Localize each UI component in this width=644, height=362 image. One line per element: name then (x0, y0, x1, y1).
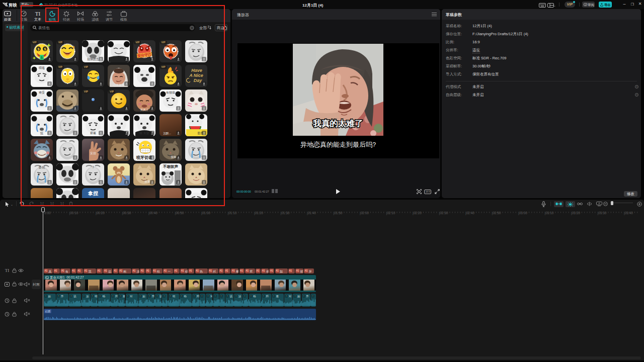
svg-text:|00:50: |00:50 (175, 211, 184, 215)
svg-text:|02:50: |02:50 (492, 211, 501, 215)
svg-text:我真的太难了: 我真的太难了 (313, 119, 363, 128)
svg-text:|01:20: |01:20 (254, 211, 263, 215)
svg-text:|03:10: |03:10 (545, 211, 554, 215)
svg-text:|00:10: |00:10 (69, 211, 78, 215)
svg-text:|01:10: |01:10 (228, 211, 237, 215)
svg-text:|03:40: |03:40 (624, 211, 633, 215)
svg-text:|01:50: |01:50 (334, 211, 343, 215)
svg-text:|00:30: |00:30 (122, 211, 131, 215)
svg-text:|01:30: |01:30 (281, 211, 290, 215)
svg-text:|02:10: |02:10 (386, 211, 395, 215)
svg-text:|03:30: |03:30 (598, 211, 607, 215)
svg-text:|03:00: |03:00 (518, 211, 527, 215)
svg-text:|02:40: |02:40 (465, 211, 474, 215)
svg-text:|01:00: |01:00 (201, 211, 210, 215)
svg-text:|03:20: |03:20 (571, 211, 580, 215)
svg-text:|00:40: |00:40 (148, 211, 157, 215)
svg-text:|02:30: |02:30 (439, 211, 448, 215)
svg-text:TI: TI (5, 268, 10, 273)
svg-text:|02:20: |02:20 (413, 211, 422, 215)
svg-text:|00:20: |00:20 (96, 211, 105, 215)
svg-text:0:00: 0:00 (44, 211, 51, 215)
svg-text:|01:40: |01:40 (307, 211, 316, 215)
svg-text:|02:00: |02:00 (360, 211, 369, 215)
